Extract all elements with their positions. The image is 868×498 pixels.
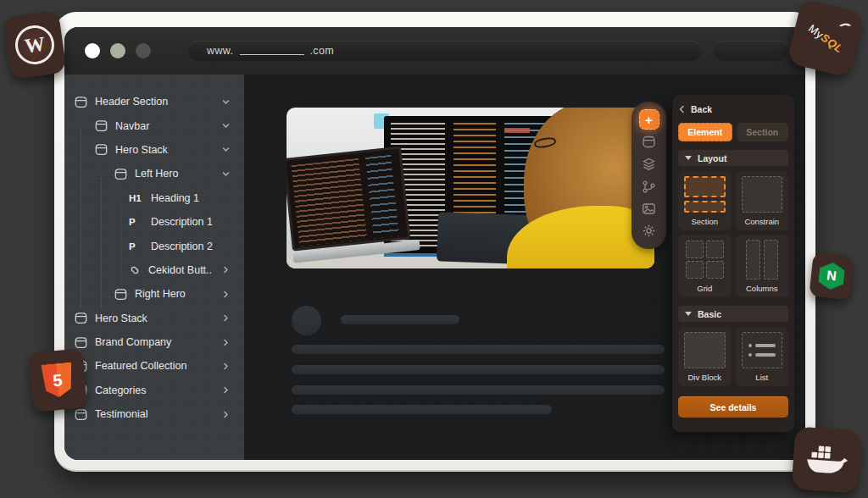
basic-cards: Div Block List bbox=[678, 327, 788, 386]
skeleton-line bbox=[292, 365, 665, 374]
page-background: www. .com Header Section bbox=[0, 0, 868, 498]
branch-tool-button[interactable] bbox=[639, 176, 659, 196]
chevron-right-icon[interactable] bbox=[221, 290, 231, 299]
container-icon bbox=[95, 143, 108, 156]
tree-item-label: Categories bbox=[95, 385, 146, 396]
skeleton-avatar bbox=[292, 306, 321, 335]
skeleton-line bbox=[292, 345, 665, 354]
layers-tree: Header Section Navbar Hero Stack bbox=[64, 90, 244, 426]
grid-icon bbox=[686, 241, 724, 279]
container-icon bbox=[75, 312, 87, 324]
builder-tool-rail: + bbox=[632, 102, 666, 249]
chevron-right-icon[interactable] bbox=[221, 410, 231, 419]
caret-down-icon bbox=[685, 156, 692, 160]
card-label: Div Block bbox=[687, 373, 721, 382]
docker-sticker bbox=[792, 426, 862, 493]
basic-card-list[interactable]: List bbox=[736, 327, 789, 386]
container-tool-button[interactable] bbox=[639, 131, 659, 152]
chevron-right-icon[interactable] bbox=[221, 385, 231, 395]
settings-gear-icon[interactable] bbox=[639, 221, 659, 241]
tab-element[interactable]: Element bbox=[678, 123, 732, 141]
element-panel: Back Element Section Layout bbox=[672, 95, 794, 432]
card-label: Constrain bbox=[744, 217, 779, 226]
tree-item-label: Brand Company bbox=[95, 336, 171, 348]
chevron-down-icon[interactable] bbox=[221, 121, 231, 130]
chevron-left-icon bbox=[678, 105, 686, 113]
card-label: Section bbox=[691, 217, 718, 226]
tree-item-label: Right Hero bbox=[135, 288, 186, 300]
add-element-button[interactable]: + bbox=[639, 109, 659, 130]
tree-item-label: Cekidot Butt.. bbox=[148, 264, 212, 276]
card-label: Columns bbox=[746, 284, 778, 293]
tree-item-featured-collection[interactable]: Featured Collection bbox=[64, 354, 244, 378]
tree-item-header-section[interactable]: Header Section bbox=[64, 90, 244, 113]
chevron-right-icon[interactable] bbox=[221, 313, 231, 323]
tree-item-description-1[interactable]: P Description 1 bbox=[64, 210, 244, 234]
tree-item-description-2[interactable]: P Description 2 bbox=[64, 234, 244, 257]
layout-section-header[interactable]: Layout bbox=[678, 150, 788, 166]
basic-section-title: Basic bbox=[698, 309, 721, 319]
card-label: List bbox=[755, 373, 768, 382]
tree-item-cekidot-button[interactable]: Cekidot Butt.. bbox=[64, 258, 244, 282]
window-control-2[interactable] bbox=[110, 43, 125, 58]
tab-section[interactable]: Section bbox=[737, 123, 789, 141]
h1-tag-icon: H1 bbox=[129, 193, 143, 203]
container-icon bbox=[95, 119, 108, 132]
image-tool-button[interactable] bbox=[639, 199, 659, 219]
basic-card-div-block[interactable]: Div Block bbox=[678, 327, 732, 386]
back-button[interactable]: Back bbox=[678, 102, 788, 116]
layout-section-title: Layout bbox=[698, 153, 726, 163]
canvas: + bbox=[244, 75, 805, 460]
chevron-right-icon[interactable] bbox=[221, 362, 231, 371]
container-icon bbox=[75, 96, 87, 108]
hero-image bbox=[287, 108, 654, 268]
chevron-down-icon[interactable] bbox=[221, 97, 231, 107]
address-bar[interactable]: www. .com bbox=[188, 41, 702, 61]
url-suffix: .com bbox=[309, 45, 334, 57]
tree-item-label: Featured Collection bbox=[95, 360, 186, 372]
mysql-dolphin-icon bbox=[837, 17, 855, 35]
tree-item-navbar[interactable]: Navbar bbox=[64, 113, 244, 137]
tree-item-label: Navbar bbox=[115, 120, 149, 132]
tree-item-label: Left Hero bbox=[135, 168, 178, 180]
window-control-3[interactable] bbox=[136, 43, 151, 58]
layout-card-columns[interactable]: Columns bbox=[736, 235, 789, 297]
chevron-down-icon[interactable] bbox=[221, 169, 231, 179]
tree-item-right-hero[interactable]: Right Hero bbox=[64, 282, 244, 306]
tree-item-hero-stack[interactable]: Hero Stack bbox=[64, 138, 244, 162]
tree-item-label: Hero Stack bbox=[95, 313, 147, 324]
tree-item-heading-1[interactable]: H1 Heading 1 bbox=[64, 186, 244, 210]
docker-whale-icon bbox=[804, 442, 850, 478]
chevron-down-icon[interactable] bbox=[221, 145, 231, 154]
window-control-1[interactable] bbox=[85, 43, 100, 58]
tree-item-label: Header Section bbox=[95, 96, 168, 108]
caret-down-icon bbox=[685, 312, 692, 316]
skeleton-line bbox=[292, 385, 665, 395]
url-prefix: www. bbox=[207, 45, 233, 57]
wordpress-icon: W bbox=[13, 23, 57, 67]
skeleton-title-line bbox=[341, 315, 459, 324]
tree-item-brand-company[interactable]: Brand Company bbox=[64, 330, 244, 354]
nginx-hexagon-icon: N bbox=[817, 262, 845, 291]
chevron-right-icon[interactable] bbox=[221, 338, 231, 347]
see-details-button[interactable]: See details bbox=[678, 396, 788, 418]
layers-sidebar: Header Section Navbar Hero Stack bbox=[64, 75, 244, 460]
layout-card-constrain[interactable]: Constrain bbox=[736, 171, 789, 230]
link-icon bbox=[129, 264, 141, 276]
left-laptop bbox=[287, 146, 420, 268]
layout-card-section[interactable]: Section bbox=[678, 171, 732, 230]
tree-item-hero-stack-2[interactable]: Hero Stack bbox=[64, 307, 244, 330]
basic-section-header[interactable]: Basic bbox=[678, 306, 788, 322]
chevron-right-icon[interactable] bbox=[221, 265, 231, 274]
section-icon bbox=[684, 176, 726, 213]
layers-tool-button[interactable] bbox=[639, 154, 659, 174]
browser-toolbar: www. .com bbox=[64, 27, 805, 75]
tree-item-label: Description 2 bbox=[151, 241, 213, 252]
layout-card-grid[interactable]: Grid bbox=[678, 235, 732, 297]
tree-item-testimonial[interactable]: Testimonial bbox=[64, 402, 244, 426]
wordpress-sticker: W bbox=[3, 10, 67, 80]
browser-actions-pill[interactable] bbox=[714, 41, 788, 61]
tree-item-categories[interactable]: Categories bbox=[64, 379, 244, 402]
tree-item-left-hero[interactable]: Left Hero bbox=[64, 162, 244, 185]
constrain-icon bbox=[742, 176, 783, 213]
